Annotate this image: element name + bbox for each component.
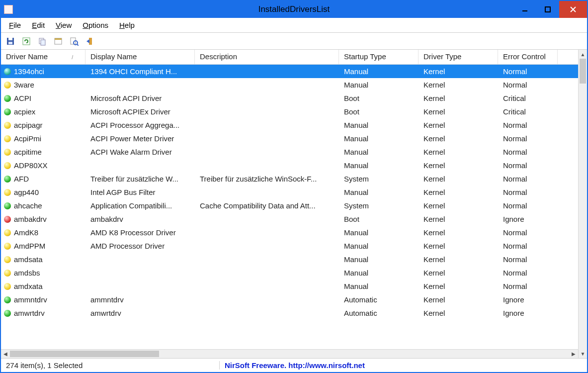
svg-rect-11 — [55, 38, 62, 40]
cell-error-control: Ignore — [498, 215, 558, 223]
properties-button[interactable] — [52, 35, 65, 48]
cell-startup-type: Manual — [339, 134, 419, 143]
scroll-up-icon[interactable]: ▲ — [579, 50, 587, 59]
main-window: InstalledDriversList File Edit View Opti… — [0, 0, 588, 373]
status-dot-icon — [4, 229, 11, 236]
table-row[interactable]: AFDTreiber für zusätzliche W...Treiber f… — [1, 172, 578, 186]
vertical-scrollbar[interactable]: ▲ ▼ — [578, 50, 587, 358]
column-startup-type[interactable]: Startup Type — [339, 50, 419, 64]
table-row[interactable]: amwrtdrvamwrtdrvAutomaticKernelIgnore — [1, 306, 578, 320]
cell-driver-type: Kernel — [419, 255, 498, 264]
status-dot-icon — [4, 135, 11, 142]
table-row[interactable]: AmdK8AMD K8 Processor DriverManualKernel… — [1, 226, 578, 239]
table-row[interactable]: amdsbsManualKernelNormal — [1, 266, 578, 280]
table-row[interactable]: 1394ohci1394 OHCI Compliant H...ManualKe… — [1, 65, 578, 78]
status-dot-icon — [4, 149, 11, 156]
minimize-button[interactable] — [513, 1, 536, 18]
cell-driver-name: amdsbs — [1, 269, 85, 277]
window-title: InstalledDriversList — [258, 4, 330, 14]
status-dot-icon — [4, 189, 11, 196]
menu-options[interactable]: Options — [78, 20, 113, 30]
cell-driver-name: ammntdrv — [1, 295, 85, 304]
column-driver-name-label: Driver Name — [6, 52, 48, 61]
close-button[interactable] — [559, 1, 587, 18]
hscroll-thumb[interactable] — [10, 351, 159, 357]
status-dot-icon — [4, 68, 11, 75]
table-row[interactable]: ADP80XXManualKernelNormal — [1, 159, 578, 172]
menu-edit[interactable]: Edit — [27, 20, 50, 30]
cell-startup-type: Manual — [339, 242, 419, 250]
driver-rows[interactable]: 1394ohci1394 OHCI Compliant H...ManualKe… — [1, 65, 578, 349]
scroll-down-icon[interactable]: ▼ — [579, 349, 587, 358]
maximize-button[interactable] — [536, 1, 559, 18]
cell-error-control: Normal — [498, 67, 558, 76]
menu-view[interactable]: View — [51, 20, 77, 30]
table-row[interactable]: amdsataManualKernelNormal — [1, 253, 578, 266]
table-row[interactable]: 3wareManualKernelNormal — [1, 78, 578, 92]
cell-display-name: amwrtdrv — [85, 309, 195, 317]
status-dot-icon — [4, 122, 11, 129]
column-error-control[interactable]: Error Control — [498, 50, 558, 64]
refresh-button[interactable] — [20, 35, 33, 48]
horizontal-scrollbar[interactable]: ◀ ▶ — [1, 349, 578, 358]
table-row[interactable]: AmdPPMAMD Processor DriverManualKernelNo… — [1, 239, 578, 253]
status-dot-icon — [4, 283, 11, 290]
title-bar[interactable]: InstalledDriversList — [1, 1, 587, 18]
driver-list: Driver Name / Display Name Description S… — [1, 50, 587, 358]
cell-error-control: Normal — [498, 269, 558, 277]
cell-driver-type: Kernel — [419, 215, 498, 223]
status-dot-icon — [4, 296, 11, 303]
scroll-left-icon[interactable]: ◀ — [1, 350, 10, 358]
find-icon — [70, 37, 79, 46]
status-link[interactable]: NirSoft Freeware. http://www.nirsoft.net — [220, 361, 370, 370]
driver-name-label: AFD — [14, 175, 29, 183]
save-icon — [6, 37, 15, 46]
cell-driver-name: ambakdrv — [1, 215, 85, 223]
cell-driver-name: AmdPPM — [1, 242, 85, 250]
driver-name-label: AcpiPmi — [14, 134, 41, 143]
column-driver-type[interactable]: Driver Type — [419, 50, 498, 64]
find-button[interactable] — [68, 35, 81, 48]
cell-driver-type: Kernel — [419, 67, 498, 76]
driver-grid: Driver Name / Display Name Description S… — [1, 50, 578, 358]
maximize-icon — [545, 6, 551, 12]
cell-error-control: Normal — [498, 188, 558, 196]
copy-button[interactable] — [36, 35, 49, 48]
menu-file[interactable]: File — [4, 20, 26, 30]
driver-name-label: amdsbs — [14, 269, 40, 277]
vscroll-thumb[interactable] — [580, 59, 586, 84]
driver-name-label: amdxata — [14, 282, 43, 290]
exit-button[interactable] — [84, 35, 96, 48]
table-row[interactable]: acpitimeACPI Wake Alarm DriverManualKern… — [1, 145, 578, 159]
cell-driver-type: Kernel — [419, 282, 498, 290]
svg-rect-9 — [41, 40, 45, 45]
column-description[interactable]: Description — [195, 50, 339, 64]
table-row[interactable]: ahcacheApplication Compatibili...Cache C… — [1, 199, 578, 212]
cell-startup-type: Boot — [339, 107, 419, 116]
scroll-right-icon[interactable]: ▶ — [569, 350, 578, 358]
status-dot-icon — [4, 202, 11, 209]
svg-rect-1 — [545, 7, 550, 12]
cell-driver-name: amwrtdrv — [1, 309, 85, 317]
cell-display-name: Treiber für zusätzliche W... — [85, 175, 195, 183]
column-display-name[interactable]: Display Name — [85, 50, 195, 64]
cell-startup-type: Manual — [339, 121, 419, 129]
table-row[interactable]: acpipagrACPI Processor Aggrega...ManualK… — [1, 118, 578, 132]
table-row[interactable]: ammntdrvammntdrvAutomaticKernelIgnore — [1, 293, 578, 306]
hscroll-track[interactable] — [10, 350, 569, 358]
cell-error-control: Ignore — [498, 295, 558, 304]
save-button[interactable] — [4, 35, 17, 48]
status-count: 274 item(s), 1 Selected — [1, 361, 220, 370]
table-row[interactable]: agp440Intel AGP Bus FilterManualKernelNo… — [1, 186, 578, 199]
cell-error-control: Normal — [498, 134, 558, 143]
table-row[interactable]: amdxataManualKernelNormal — [1, 280, 578, 293]
status-dot-icon — [4, 162, 11, 169]
table-row[interactable]: ACPIMicrosoft ACPI DriverBootKernelCriti… — [1, 92, 578, 105]
cell-display-name: Microsoft ACPI Driver — [85, 94, 195, 102]
minimize-icon — [522, 6, 528, 12]
menu-help[interactable]: Help — [114, 20, 140, 30]
column-driver-name[interactable]: Driver Name / — [1, 50, 85, 64]
table-row[interactable]: AcpiPmiACPI Power Meter DriverManualKern… — [1, 132, 578, 145]
table-row[interactable]: acpiexMicrosoft ACPIEx DriverBootKernelC… — [1, 105, 578, 118]
table-row[interactable]: ambakdrvambakdrvBootKernelIgnore — [1, 212, 578, 226]
